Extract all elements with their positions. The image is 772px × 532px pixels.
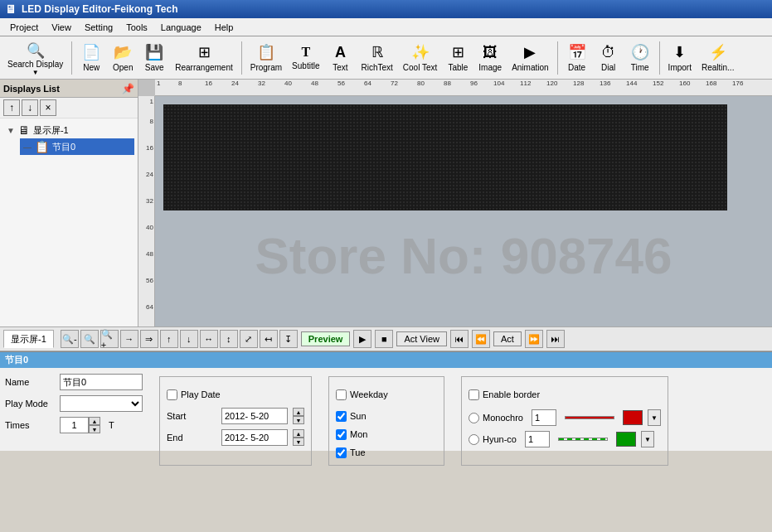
play-date-section: Play Date Start ▲ ▼ End ▲ ▼ <box>159 376 312 466</box>
menu-tools[interactable]: Tools <box>119 21 154 34</box>
hyunro-radio[interactable] <box>469 434 479 445</box>
zoom-in-btn[interactable]: 🔍+ <box>100 330 119 348</box>
table-button[interactable]: ⊞ Table <box>443 39 473 77</box>
tree-node-program[interactable]: — 📋 节目0 <box>20 138 134 155</box>
hyun-color-swatch[interactable] <box>616 432 636 447</box>
tue-checkbox-label[interactable]: Tue <box>336 447 366 458</box>
play-date-checkbox-label[interactable]: Play Date <box>167 389 221 400</box>
end-date-up[interactable]: ▲ <box>293 429 304 438</box>
cooltext-button[interactable]: ✨ Cool Text <box>399 39 442 77</box>
start-date-down[interactable]: ▼ <box>293 416 304 424</box>
search-display-button[interactable]: 🔍 Search Display ▼ <box>3 39 67 77</box>
table-icon: ⊞ <box>452 43 464 61</box>
animation-button[interactable]: ▶ Animation <box>507 39 552 77</box>
import-button[interactable]: ⬇ Import <box>664 39 696 77</box>
mono-color-dropdown[interactable]: ▼ <box>648 409 661 426</box>
time-icon: 🕐 <box>631 43 649 61</box>
time-button[interactable]: 🕐 Time <box>625 39 655 77</box>
canvas-tab-display[interactable]: 显示屏-1 <box>3 330 54 348</box>
weekday-checkbox-label[interactable]: Weekday <box>336 389 388 400</box>
rearrangement-button[interactable]: ⊞ Rearrangement <box>171 39 236 77</box>
image-button[interactable]: 🖼 Image <box>474 39 506 77</box>
menu-view[interactable]: View <box>45 21 78 34</box>
panel-up-btn[interactable]: ↑ <box>3 99 20 116</box>
mon-checkbox[interactable] <box>336 429 347 440</box>
play-mode-select[interactable] <box>60 395 143 412</box>
stop-btn[interactable]: ■ <box>375 330 393 348</box>
move-right-btn[interactable]: → <box>120 330 138 348</box>
end-date-down[interactable]: ▼ <box>293 438 304 446</box>
resize-btn[interactable]: ⤢ <box>240 330 258 348</box>
spinner-up[interactable]: ▲ <box>89 417 100 425</box>
act-view-button[interactable]: Act View <box>396 331 447 346</box>
weekday-check-row: Weekday <box>336 385 437 404</box>
times-input[interactable] <box>60 417 89 433</box>
monochrome-value-input[interactable] <box>532 409 556 426</box>
tree-view: ▼ 🖥 显示屏-1 — 📋 节目0 <box>0 118 138 326</box>
realtime-label: Realtin... <box>702 63 734 72</box>
new-label: New <box>83 63 100 72</box>
preview-button[interactable]: Preview <box>301 331 351 346</box>
move-up-btn[interactable]: ↑ <box>160 330 178 348</box>
start-date-up[interactable]: ▲ <box>293 408 304 416</box>
monochrome-radio-label[interactable]: Monochro <box>469 413 523 423</box>
act-prev-btn[interactable]: ⏪ <box>472 330 490 348</box>
hyun-color-dropdown[interactable]: ▼ <box>641 431 654 447</box>
subtitle-button[interactable]: T Subtitle <box>288 39 323 77</box>
weekday-checkbox[interactable] <box>336 389 347 400</box>
open-button[interactable]: 📂 Open <box>108 39 138 77</box>
play-date-check-row: Play Date <box>167 385 304 404</box>
program-button[interactable]: 📋 Program <box>246 39 286 77</box>
spinner-buttons: ▲ ▼ <box>89 417 100 433</box>
tree-node-display[interactable]: ▼ 🖥 显示屏-1 <box>3 122 134 138</box>
sun-checkbox[interactable] <box>336 411 347 422</box>
move-right2-btn[interactable]: ⇒ <box>140 330 158 348</box>
time-label: Time <box>631 63 649 72</box>
save-button[interactable]: 💾 Save <box>139 39 169 77</box>
menu-help[interactable]: Help <box>208 21 240 34</box>
hyunro-radio-label[interactable]: Hyun-co <box>469 434 517 445</box>
move-down-btn[interactable]: ↓ <box>180 330 198 348</box>
ruler-tick-40: 40 <box>284 80 292 87</box>
new-button[interactable]: 📄 New <box>76 39 106 77</box>
panel-down-btn[interactable]: ↓ <box>22 99 38 116</box>
end-date-input[interactable] <box>221 429 288 446</box>
mon-checkbox-label[interactable]: Mon <box>336 429 367 440</box>
expand-icon: ▼ <box>7 126 15 135</box>
richtext-button[interactable]: ℝ RichText <box>357 39 396 77</box>
date-button[interactable]: 📅 Date <box>562 39 592 77</box>
start-date-input[interactable] <box>221 408 288 424</box>
act-last-btn[interactable]: ⏭ <box>546 330 565 348</box>
menu-project[interactable]: Project <box>3 21 45 34</box>
zoom-reset-btn[interactable]: 🔍 <box>80 330 99 348</box>
tue-checkbox[interactable] <box>336 447 347 458</box>
monochrome-row: Monochro ▼ <box>469 409 661 427</box>
hyunro-value-input[interactable] <box>525 431 550 447</box>
align-left-btn[interactable]: ↤ <box>260 330 278 348</box>
mono-color-swatch[interactable] <box>623 410 643 425</box>
flip-v-btn[interactable]: ↕ <box>220 330 238 348</box>
dial-button[interactable]: ⏱ Dial <box>594 39 624 77</box>
text-button[interactable]: A Text <box>325 39 355 77</box>
menu-setting[interactable]: Setting <box>78 21 119 34</box>
flip-h-btn[interactable]: ↔ <box>200 330 218 348</box>
animation-icon: ▶ <box>524 43 536 61</box>
act-next-btn[interactable]: ⏩ <box>525 330 543 348</box>
border-checkbox-label[interactable]: Enable border <box>469 389 540 400</box>
zoom-out-btn[interactable]: 🔍- <box>61 330 79 348</box>
program-label: Program <box>250 63 282 72</box>
ruler-tick-16: 16 <box>205 80 212 87</box>
panel-close-btn[interactable]: × <box>40 99 56 116</box>
monochrome-radio[interactable] <box>469 413 479 423</box>
play-btn[interactable]: ▶ <box>353 330 371 348</box>
spinner-down[interactable]: ▼ <box>89 425 100 433</box>
sun-checkbox-label[interactable]: Sun <box>336 411 367 422</box>
menu-language[interactable]: Language <box>154 21 208 34</box>
align-bottom-btn[interactable]: ↧ <box>279 330 298 348</box>
name-input[interactable] <box>60 374 143 390</box>
act-first-btn[interactable]: ⏮ <box>450 330 469 348</box>
program-icon: 📋 <box>257 43 275 61</box>
play-date-checkbox[interactable] <box>167 389 177 400</box>
realtime-button[interactable]: ⚡ Realtin... <box>697 39 738 77</box>
border-checkbox[interactable] <box>469 389 479 400</box>
